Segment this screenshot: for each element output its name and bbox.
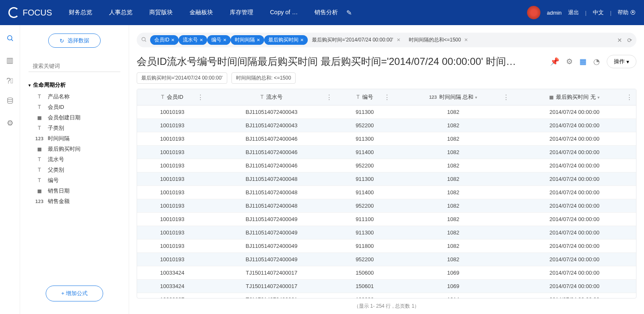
gear-icon[interactable]: ⚙ (566, 57, 573, 66)
table-row[interactable]: 10010193BJ11051407240004895220010822014/… (137, 199, 636, 213)
search-chip[interactable]: 时间间隔 ✕ (231, 35, 264, 45)
column-header[interactable]: ⟙编号⋮ (336, 89, 394, 106)
nav-item[interactable]: 财务总览 (69, 9, 92, 16)
chip-remove-icon[interactable]: ✕ (171, 38, 174, 42)
reload-icon[interactable]: ⟳ (627, 37, 632, 44)
table-cell: 911400 (336, 146, 394, 159)
tree-item[interactable]: ⟙子类别 (35, 124, 125, 133)
search-filter-chip[interactable]: 最后购买时间='2014/07/24 00:00:00' ✕ (308, 35, 405, 45)
operate-button[interactable]: 操作 ▾ (607, 55, 636, 68)
table-row[interactable]: 10010193BJ11051407240004391130010822014/… (137, 106, 636, 119)
title-bar: 会员ID流水号编号时间间隔最后购买时间 最后购买时间='2014/07/24 0… (137, 55, 636, 68)
search-rail-icon[interactable] (6, 34, 14, 44)
add-formula-button[interactable]: + 增加公式 (46, 286, 103, 301)
table-cell: 1082 (394, 186, 513, 199)
search-filter-chip[interactable]: 时间间隔的总和<=1500 ✕ (405, 35, 473, 45)
tree-item-label: 销售金额 (48, 198, 70, 205)
nav-item[interactable]: Copy of … (270, 9, 298, 16)
settings-rail-icon[interactable]: ⚙ (7, 118, 13, 128)
search-chip[interactable]: 最后购买时间 ✕ (264, 35, 308, 45)
table-cell: 10010193 (137, 239, 207, 253)
col-menu-icon[interactable]: ⋮ (503, 93, 509, 101)
table-cell: 2014/07/24 00:00:00 (513, 226, 636, 239)
filter-tag[interactable]: 最后购买时间='2014/07/24 00:00:00' (137, 72, 227, 84)
table-cell: 10010193 (137, 106, 207, 119)
table-row[interactable]: 10010193BJ11051407240004991110010822014/… (137, 213, 636, 226)
table-cell: 952200 (336, 119, 394, 132)
search-bar[interactable]: 会员ID ✕流水号 ✕编号 ✕时间间隔 ✕最后购买时间 ✕最后购买时间='201… (137, 33, 636, 47)
avatar[interactable] (527, 6, 540, 19)
chip-remove-icon[interactable]: ✕ (464, 37, 468, 43)
chip-remove-icon[interactable]: ✕ (257, 38, 260, 42)
chip-remove-icon[interactable]: ✕ (397, 37, 400, 43)
chip-remove-icon[interactable]: ✕ (200, 38, 203, 42)
filter-tag[interactable]: 时间间隔的总和: <=1500 (231, 72, 296, 84)
col-menu-icon[interactable]: ⋮ (326, 93, 332, 101)
column-header[interactable]: ⟙流水号⋮ (207, 89, 335, 106)
tree-item[interactable]: ▦会员创建日期 (35, 113, 125, 122)
table-row[interactable]: 10010193BJ11051407240004691130010822014/… (137, 132, 636, 146)
help-rail-icon[interactable]: ?⃝ (6, 77, 13, 85)
col-menu-icon[interactable]: ⋮ (384, 93, 390, 101)
table-cell: 2014/07/24 00:00:00 (513, 106, 636, 119)
tree-item[interactable]: ⟙编号 (35, 176, 125, 185)
tree-item[interactable]: ▦销售日期 (35, 186, 125, 196)
table-row[interactable]: 10033424TJ15011407240001715060010692014/… (137, 266, 636, 280)
table-cell: 10010193 (137, 213, 207, 226)
nav-item[interactable]: 商贸版块 (149, 9, 173, 16)
table-cell: 911100 (336, 213, 394, 226)
chart-view-icon[interactable]: ◔ (593, 57, 600, 66)
table-row[interactable]: 10010193BJ11051407240004991130010822014/… (137, 226, 636, 239)
db-rail-icon[interactable] (6, 97, 14, 107)
tree-group[interactable]: 生命周期分析 (24, 80, 125, 90)
sidebar-search-input[interactable] (29, 60, 120, 72)
pin-icon[interactable]: 📌 (550, 57, 559, 66)
chip-remove-icon[interactable]: ✕ (300, 38, 304, 42)
search-chip[interactable]: 编号 ✕ (207, 35, 231, 45)
edit-icon[interactable]: ✎ (346, 9, 352, 17)
tree-item[interactable]: 123时间间隔 (35, 134, 125, 143)
lang-link[interactable]: 中文 (593, 9, 604, 16)
nav-item[interactable]: 销售分析 (314, 9, 338, 16)
table-cell: 1082 (394, 213, 513, 226)
table-row[interactable]: 10033424TJ15011407240001715060110692014/… (137, 280, 636, 293)
logout-link[interactable]: 退出 (568, 9, 579, 16)
table-wrap[interactable]: ⟙会员ID⋮⟙流水号⋮⟙编号⋮123时间间隔 总和▾⋮▦最后购买时间 无▾⋮ 1… (137, 89, 636, 299)
table-row[interactable]: 10010193BJ11051407240004891140010822014/… (137, 186, 636, 199)
nav-item[interactable]: 人事总览 (109, 9, 132, 16)
tree-item[interactable]: ⟙会员ID (35, 103, 125, 112)
table-row[interactable]: 10222037TJ11721407240006112023210142014/… (137, 293, 636, 299)
column-header[interactable]: ▦最后购买时间 无▾⋮ (513, 89, 636, 106)
table-view-icon[interactable]: ▦ (579, 57, 587, 66)
table-row[interactable]: 10010193BJ11051407240004691140010822014/… (137, 146, 636, 159)
table-row[interactable]: 10010193BJ11051407240004991180010822014/… (137, 239, 636, 253)
svg-line-1 (11, 39, 13, 41)
tree-item[interactable]: ⟙产品名称 (35, 92, 125, 101)
search-chip[interactable]: 流水号 ✕ (179, 35, 207, 45)
column-header[interactable]: 123时间间隔 总和▾⋮ (394, 89, 513, 106)
tree-item[interactable]: 123销售金额 (35, 197, 125, 206)
tree-item[interactable]: ▦最后购买时间 (35, 144, 125, 154)
icon-rail: ▥ ?⃝ ⚙ (0, 25, 20, 314)
select-data-button[interactable]: ↻ 选择数据 (48, 33, 101, 48)
table-cell: 10010193 (137, 199, 207, 213)
tree-item[interactable]: ⟙流水号 (35, 155, 125, 164)
col-menu-icon[interactable]: ⋮ (197, 93, 204, 101)
table-row[interactable]: 10010193BJ11051407240004395220010822014/… (137, 119, 636, 132)
table-cell: 2014/07/24 00:00:00 (513, 172, 636, 186)
search-chip[interactable]: 会员ID ✕ (150, 35, 179, 45)
table-row[interactable]: 10010193BJ11051407240004995220010822014/… (137, 253, 636, 266)
help-link[interactable]: 帮助 ⦿ (618, 9, 636, 16)
table-row[interactable]: 10010193BJ11051407240004891130010822014/… (137, 172, 636, 186)
select-data-label: 选择数据 (68, 37, 89, 44)
table-cell: 911300 (336, 226, 394, 239)
dashboard-rail-icon[interactable]: ▥ (6, 56, 13, 65)
table-row[interactable]: 10010193BJ11051407240004695220010822014/… (137, 159, 636, 172)
nav-item[interactable]: 金融板块 (190, 9, 213, 16)
clear-icon[interactable]: ✕ (617, 37, 622, 44)
column-header[interactable]: ⟙会员ID⋮ (137, 89, 207, 106)
col-menu-icon[interactable]: ⋮ (626, 93, 633, 101)
nav-item[interactable]: 库存管理 (230, 9, 253, 16)
tree-item[interactable]: ⟙父类别 (35, 165, 125, 175)
chip-remove-icon[interactable]: ✕ (223, 38, 226, 42)
